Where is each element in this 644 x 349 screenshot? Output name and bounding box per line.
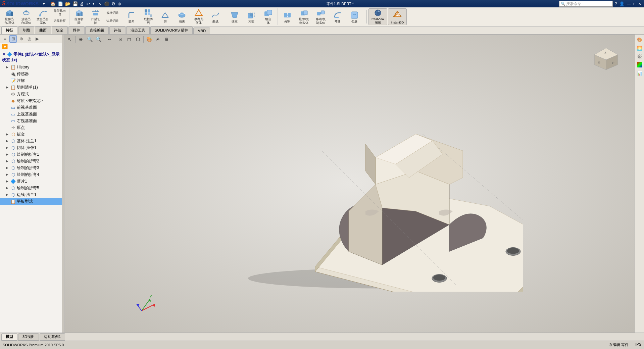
sketch-bend1-expand[interactable]: ▶ <box>5 153 9 156</box>
extrude-boss-btn[interactable]: 拉伸凸台/基体 <box>1 8 17 25</box>
tab-addins[interactable]: SOLIDWORKS 插件 <box>150 27 193 34</box>
rib-btn[interactable]: 剪 <box>157 8 173 25</box>
tab-features[interactable]: 特征 <box>1 27 17 34</box>
tree-item-annotations[interactable]: 📝 注解 <box>0 77 64 84</box>
quick-access-record[interactable]: ⚫ <box>104 1 109 6</box>
realview-btn[interactable]: RealView图形 <box>368 8 387 25</box>
tree-item-sketch-bend2[interactable]: ▶ ⬡ 绘制的折弯2 <box>0 158 64 164</box>
quick-access-more[interactable]: ⊕ <box>117 1 121 6</box>
quick-access-save[interactable]: 💾 <box>72 1 78 6</box>
tree-item-thin1[interactable]: ▶ 🔷 薄片1 <box>0 178 64 185</box>
tree-item-sketch-bend3[interactable]: ▶ ⬡ 绘制的折弯3 <box>0 164 64 171</box>
panel-btn-feature-manager[interactable]: ⊞ <box>9 35 17 43</box>
vp-scene[interactable]: 🖥 <box>162 35 170 43</box>
edge-flange-expand[interactable]: ▶ <box>5 193 9 196</box>
tree-item-edge-flange[interactable]: ▶ ⬡ 边线-法兰1 <box>0 191 64 198</box>
tree-item-base-flange[interactable]: ▶ ⬡ 基体-法兰1 <box>0 138 64 144</box>
move-copy-btn[interactable]: 移动/复制实体 <box>313 8 329 25</box>
quick-access-new[interactable]: 📄 <box>58 1 63 6</box>
tree-item-origin[interactable]: ✛ 原点 <box>0 124 64 131</box>
loft-boss-btn[interactable]: 异型孔向导 <box>52 9 68 17</box>
panel-btn-property-manager[interactable]: ⊕ <box>17 35 25 43</box>
tree-item-material[interactable]: ◆ 材质 <未指定> <box>0 97 64 104</box>
cut-extrude-expand[interactable]: ▶ <box>5 146 9 149</box>
menu-trigger[interactable]: ▼ <box>42 2 46 6</box>
tab-render[interactable]: 渲染工具 <box>126 27 150 34</box>
fillet-btn[interactable]: 圆角 <box>123 8 140 25</box>
panel-btn-filter[interactable]: ≡ <box>1 35 9 43</box>
search-bar[interactable]: 🔍 <box>559 1 613 7</box>
tree-item-sketch-bend1[interactable]: ▶ ⬡ 绘制的折弯1 <box>0 151 64 158</box>
quick-access-open[interactable]: 📂 <box>65 1 70 6</box>
tab-direct-edit[interactable]: 直接编辑 <box>85 27 109 34</box>
tab-evaluate[interactable]: 评估 <box>109 27 126 34</box>
sweep-boss-btn[interactable]: 放台凸台/基体 <box>35 8 51 25</box>
quick-access-select[interactable]: ↖ <box>98 1 102 6</box>
minimize-btn[interactable]: — <box>627 1 631 6</box>
tree-item-flat-pattern[interactable]: 📋 平板型式 <box>0 198 64 205</box>
panel-resize-handle[interactable] <box>62 35 64 333</box>
vp-display-3d[interactable]: ⬡ <box>134 35 142 43</box>
ref-geo-btn[interactable]: 参考几何体 <box>191 8 207 25</box>
tree-item-sensors[interactable]: 🔌 传感器 <box>0 70 64 77</box>
quick-access-print[interactable]: 🖨 <box>80 1 84 6</box>
search-input[interactable] <box>566 2 606 6</box>
vp-appearances[interactable]: 🎨 <box>145 35 153 43</box>
tree-item-front-plane[interactable]: ▭ 前视基准面 <box>0 104 64 111</box>
wrap2-btn[interactable]: 包裹 <box>346 8 362 25</box>
thin1-expand[interactable]: ▶ <box>5 180 9 183</box>
sketch-bend4-expand[interactable]: ▶ <box>5 173 9 176</box>
btab-motion[interactable]: 运动算例1 <box>40 333 65 341</box>
wrap-btn[interactable]: 包裹 <box>174 8 190 25</box>
extrude-cut-btn[interactable]: 拉伸切除 <box>71 8 87 25</box>
tab-mbd[interactable]: MBD <box>193 28 210 34</box>
close-btn[interactable]: ✕ <box>637 1 642 6</box>
tree-item-history[interactable]: ▶ 📋 History <box>0 64 64 70</box>
right-btn-scene[interactable]: 🌅 <box>636 44 643 52</box>
tree-item-equation[interactable]: ⚙ 方程式 <box>0 91 64 97</box>
pattern-btn[interactable]: 线性阵列 <box>140 8 156 25</box>
history-expand[interactable]: ▶ <box>5 65 9 69</box>
right-btn-decals[interactable]: 🖼 <box>636 53 643 60</box>
right-btn-display-manager[interactable]: 📊 <box>636 69 643 77</box>
boundary-cut-btn[interactable]: 边界切除 <box>104 17 120 25</box>
instant3d-btn[interactable]: 3D Instant3D <box>388 8 407 25</box>
help-icon[interactable]: ? <box>615 1 617 6</box>
tab-surface[interactable]: 曲面 <box>35 27 51 34</box>
intersect-btn[interactable]: 相交 <box>243 8 259 25</box>
scan-cut-btn[interactable]: 扫描切除 <box>88 8 104 25</box>
quick-access-options[interactable]: ⚙ <box>111 1 115 6</box>
root-expand[interactable]: ▼ <box>2 52 6 57</box>
tree-item-cut-extrude[interactable]: ▶ ⬡ 切除-拉伸1 <box>0 144 64 151</box>
sketch-bend2-expand[interactable]: ▶ <box>5 159 9 163</box>
bend-btn[interactable]: 弯曲 <box>330 8 346 25</box>
vp-display-style[interactable]: ◻ <box>125 35 133 43</box>
maximize-btn[interactable]: □ <box>632 1 637 6</box>
base-flange-expand[interactable]: ▶ <box>5 139 9 143</box>
view-cube[interactable]: 上 前 右 <box>591 46 621 77</box>
delete-copy-btn[interactable]: 删除/复制实体 <box>296 8 312 25</box>
tab-weldment[interactable]: 焊件 <box>68 27 85 34</box>
tab-sheet-metal[interactable]: 钣金 <box>52 27 68 34</box>
tree-item-sketch-bend5[interactable]: ▶ ⬡ 绘制的折弯5 <box>0 185 64 191</box>
tab-sketch[interactable]: 草图 <box>18 27 34 34</box>
right-btn-appearances[interactable]: 🎨 <box>636 36 643 43</box>
3d-viewport[interactable]: ↖ ⊕ 🔍 🔍 ↔ ⊡ ◻ ⬡ 🎨 ☀ 🖥 <box>64 35 635 333</box>
vp-lighting[interactable]: ☀ <box>154 35 162 43</box>
sheetmetal-expand[interactable]: ▶ <box>5 133 9 136</box>
panel-btn-more[interactable]: ▶ <box>34 35 41 43</box>
right-btn-colors[interactable] <box>636 61 643 68</box>
panel-btn-config-manager[interactable]: ◎ <box>26 35 33 43</box>
signin-icon[interactable]: 👤 <box>619 1 625 6</box>
btab-model[interactable]: 模型 <box>1 333 17 341</box>
vp-section[interactable]: ⊡ <box>116 35 125 43</box>
quick-access-home[interactable]: 🏠 <box>50 1 56 6</box>
loft-cut-btn[interactable]: 放样切除 <box>104 9 120 17</box>
quick-access-undo[interactable]: ↩ <box>86 1 90 6</box>
split-btn[interactable]: 分割 <box>279 8 295 25</box>
tree-item-top-plane[interactable]: ▭ 上视基准面 <box>0 111 64 117</box>
vp-pan[interactable]: ↔ <box>105 35 113 43</box>
vp-arrow-btn[interactable]: ↖ <box>66 35 74 43</box>
draft-btn[interactable]: 拔模 <box>227 8 243 25</box>
tree-item-sketch-bend4[interactable]: ▶ ⬡ 绘制的折弯4 <box>0 171 64 178</box>
